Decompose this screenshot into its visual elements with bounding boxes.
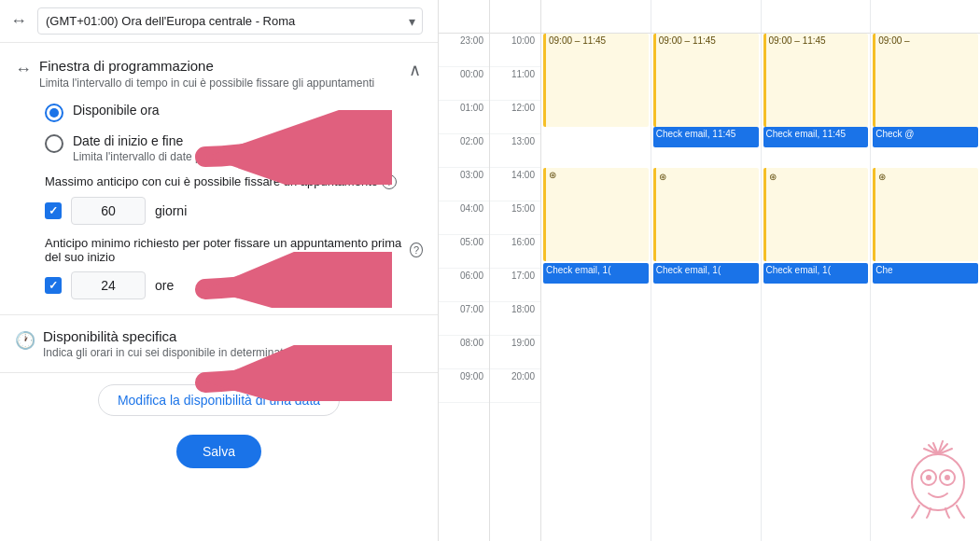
day4-check-at[interactable]: Check @	[873, 127, 978, 147]
radio-disponibile-ora[interactable]: Disponibile ora	[45, 103, 423, 122]
svg-point-3	[912, 454, 964, 510]
programming-window-section: ↔ Finestra di programmazione Limita l'in…	[0, 43, 438, 315]
collapse-button[interactable]: ∧	[407, 58, 423, 82]
calendar-wrapper: 23:00 00:00 01:00 02:00 03:00 04:00 05:0…	[439, 0, 980, 541]
day2-check-email-top[interactable]: Check email, 11:45	[653, 127, 759, 147]
day2-event-mid-label: ⊛	[656, 170, 669, 184]
time-r-1100: 11:00	[490, 67, 540, 101]
day3-check-email-top[interactable]: Check email, 11:45	[763, 127, 869, 147]
time-0200: 02:00	[439, 134, 489, 168]
time-labels-right: 10:00 11:00 12:00 13:00 14:00 15:00 16:0…	[490, 0, 541, 541]
time-0900: 09:00	[439, 369, 489, 403]
availability-title: Disponibilità specifica	[43, 328, 423, 344]
svg-point-12	[926, 475, 931, 480]
availability-section: 🕐 Disponibilità specifica Indica gli ora…	[0, 315, 438, 373]
right-panel: 23:00 00:00 01:00 02:00 03:00 04:00 05:0…	[439, 0, 980, 541]
availability-subtitle: Indica gli orari in cui sei disponibile …	[43, 346, 423, 359]
max-anticipo-unit: giorni	[155, 203, 187, 218]
min-anticipo-checkbox[interactable]	[45, 277, 62, 294]
day-1-header	[541, 0, 651, 34]
max-anticipo-input-row: giorni	[45, 197, 423, 225]
day-col-3: 09:00 – 11:45 Check email, 11:45 ⊛ Check…	[762, 0, 872, 541]
timezone-select-wrapper[interactable]: (GMT+01:00) Ora dell'Europa centrale - R…	[37, 7, 423, 35]
day4-event-mid-label: ⊛	[875, 170, 889, 184]
day4-check-email-bot[interactable]: Che	[873, 263, 978, 284]
day1-check-email-label: Check email, 1(	[546, 265, 610, 275]
section-titles: Finestra di programmazione Limita l'inte…	[39, 58, 374, 91]
time-0100: 01:00	[439, 101, 489, 134]
max-anticipo-checkbox[interactable]	[45, 202, 62, 219]
time-0600: 06:00	[439, 269, 489, 302]
time-r-1800: 18:00	[490, 302, 540, 336]
day-col-2: 09:00 – 11:45 Check email, 11:45 ⊛ Check…	[651, 0, 762, 541]
day3-check-email-bot[interactable]: Check email, 1(	[763, 263, 869, 284]
min-anticipo-unit: ore	[155, 278, 174, 293]
radio-circle-selected[interactable]	[45, 104, 63, 122]
day-3-header	[762, 0, 871, 34]
day2-event-top-label: 09:00 – 11:45	[659, 35, 716, 46]
time-r-1000: 10:00	[490, 34, 540, 67]
save-button[interactable]: Salva	[176, 435, 261, 468]
time-r-1200: 12:00	[490, 101, 540, 134]
day-columns: 09:00 – 11:45 ⊛ Check email, 1(	[541, 0, 980, 541]
timezone-select[interactable]: (GMT+01:00) Ora dell'Europa centrale - R…	[37, 7, 423, 35]
max-anticipo-section: Massimo anticipo con cui è possibile fis…	[15, 174, 423, 225]
max-anticipo-label: Massimo anticipo con cui è possibile fis…	[45, 174, 423, 189]
time-0800: 08:00	[439, 336, 489, 369]
day4-event-mid[interactable]: ⊛	[873, 168, 978, 261]
day1-event-top-label: 09:00 – 11:45	[549, 35, 606, 46]
day4-check-at-label: Check @	[875, 129, 914, 139]
min-anticipo-label-text: Anticipo minimo richiesto per poter fiss…	[45, 236, 406, 264]
day-col-1: 09:00 – 11:45 ⊛ Check email, 1(	[541, 0, 651, 541]
day1-check-email[interactable]: Check email, 1(	[543, 263, 649, 284]
min-anticipo-input[interactable]	[71, 271, 146, 299]
timezone-icon: ↔	[7, 11, 30, 31]
radio-date-inizio-fine[interactable]: Date di inizio e fine Limita l'intervall…	[45, 133, 423, 163]
section-subtitle: Limita l'intervallo di tempo in cui è po…	[39, 76, 374, 91]
radio-sublabel-date: Limita l'intervallo di date per tutti gl…	[73, 150, 317, 163]
radio-label-text: Disponibile ora	[73, 103, 160, 118]
radio-group: Disponibile ora Date di inizio e fine Li…	[45, 103, 423, 163]
monster-svg	[901, 436, 975, 520]
day2-check-email-top-label: Check email, 11:45	[656, 129, 736, 139]
min-anticipo-input-row: ore	[45, 271, 423, 299]
day4-event-top[interactable]: 09:00 –	[873, 34, 978, 127]
radio-label-date: Date di inizio e fine Limita l'intervall…	[73, 133, 317, 163]
day3-event-mid[interactable]: ⊛	[763, 168, 869, 261]
day1-event-mid-label: ⊛	[549, 170, 646, 180]
day2-check-email-bot-label: Check email, 1(	[656, 265, 721, 275]
svg-point-13	[945, 475, 950, 480]
day3-event-mid-label: ⊛	[766, 170, 779, 184]
min-anticipo-label: Anticipo minimo richiesto per poter fiss…	[45, 236, 423, 264]
section-title: Finestra di programmazione	[39, 58, 374, 74]
day3-check-email-top-label: Check email, 11:45	[766, 129, 847, 139]
save-action: Salva	[0, 427, 438, 483]
day2-check-email-bot[interactable]: Check email, 1(	[653, 263, 759, 284]
day2-event-mid[interactable]: ⊛	[653, 168, 759, 261]
modify-availability-button[interactable]: Modifica la disponibilità di una data	[98, 384, 340, 416]
day-columns-wrapper: 09:00 – 11:45 ⊛ Check email, 1(	[541, 0, 980, 541]
max-anticipo-info-icon[interactable]: ?	[382, 174, 397, 189]
radio-label-date-text: Date di inizio e fine	[73, 133, 317, 148]
day3-event-top[interactable]: 09:00 – 11:45	[763, 34, 869, 127]
day2-event-top[interactable]: 09:00 – 11:45	[653, 34, 759, 127]
day3-event-top-label: 09:00 – 11:45	[769, 35, 826, 46]
min-anticipo-info-icon[interactable]: ?	[410, 243, 423, 257]
time-r-1300: 13:00	[490, 134, 540, 168]
day1-event-mid[interactable]: ⊛	[543, 168, 649, 261]
time-0400: 04:00	[439, 201, 489, 235]
time-r-1400: 14:00	[490, 168, 540, 201]
day-col-4: 09:00 – Check @ ⊛ Che	[871, 0, 980, 541]
day4-check-email-bot-label: Che	[875, 265, 892, 275]
monster-character	[901, 436, 975, 532]
max-anticipo-input[interactable]	[71, 197, 146, 225]
time-r-1700: 17:00	[490, 269, 540, 302]
radio-circle-unselected[interactable]	[45, 134, 63, 153]
time-0000: 00:00	[439, 67, 489, 101]
section-header-left: ↔ Finestra di programmazione Limita l'in…	[15, 58, 374, 91]
time-r-2000: 20:00	[490, 369, 540, 403]
bottom-actions: Modifica la disponibilità di una data	[0, 373, 438, 427]
max-anticipo-label-text: Massimo anticipo con cui è possibile fis…	[45, 174, 378, 188]
time-0700: 07:00	[439, 302, 489, 336]
day1-event-top[interactable]: 09:00 – 11:45	[543, 34, 649, 127]
